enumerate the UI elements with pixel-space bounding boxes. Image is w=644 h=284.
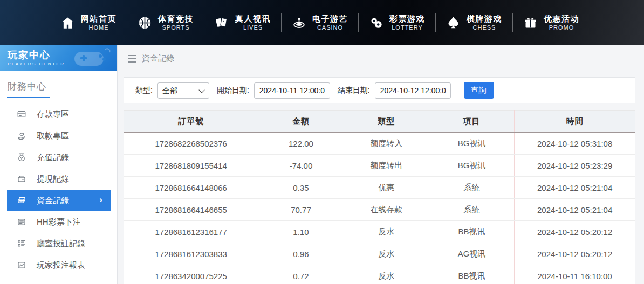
filter-bar: 類型: 全部 開始日期: 結束日期: 查詢 (124, 77, 635, 103)
cell-type: 额度转出 (344, 155, 429, 177)
col-header-item: 項目 (429, 111, 514, 133)
menu-icon[interactable] (128, 55, 136, 63)
sidebar-item-label: 充值記錄 (37, 153, 69, 163)
sidebar-item-recharge-records[interactable]: 充值記錄 (0, 147, 117, 168)
section-title-finance: 財務中心 (0, 71, 117, 98)
section-title-personal: 個人中心 (0, 276, 117, 284)
basketball-icon (138, 16, 152, 30)
nav-label-en: LIVES (243, 24, 263, 32)
top-navigation: 网站首页 HOME 体育竞技 SPORTS 真人视讯 LIVES 电子游艺 CA… (0, 0, 644, 45)
gamepad-icon (74, 46, 113, 70)
cell-type: 反水 (344, 265, 429, 284)
cell-order-no: 1728681612303833 (124, 243, 258, 265)
start-date-input[interactable] (254, 82, 330, 99)
cell-type: 在线存款 (344, 199, 429, 221)
nav-divider (512, 13, 513, 32)
cell-type: 额度转入 (344, 133, 429, 155)
cell-time: 2024-10-12 05:21:04 (515, 199, 635, 221)
cards-icon (215, 16, 229, 30)
funds-record-icon (17, 196, 26, 205)
nav-divider (358, 13, 359, 32)
nav-label-zh: 棋牌游戏 (467, 14, 502, 24)
nav-label-zh: 电子游艺 (312, 14, 348, 24)
cell-time: 2024-10-12 05:21:04 (515, 177, 635, 199)
cell-amount: 70.77 (258, 199, 344, 221)
cell-item: BB视讯 (429, 221, 514, 243)
sidebar-item-fund-records[interactable]: 資金記錄 › (7, 190, 111, 211)
table-row: 1728681664148066 0.35 优惠 系统 2024-10-12 0… (124, 177, 635, 199)
cell-time: 2024-10-12 05:20:12 (515, 243, 635, 265)
cell-order-no: 1728681664146655 (124, 199, 258, 221)
nav-item-promo[interactable]: 优惠活动 PROMO (523, 14, 579, 32)
cell-type: 优惠 (344, 177, 429, 199)
nav-label-en: LOTTERY (392, 24, 423, 32)
type-select-wrap: 全部 (157, 82, 209, 99)
table-row: 1728681664146655 70.77 在线存款 系统 2024-10-1… (124, 199, 635, 221)
cell-order-no: 1728682268502376 (124, 133, 258, 155)
sidebar-item-label: 廳室投註記錄 (37, 239, 85, 249)
nav-item-sports[interactable]: 体育竞技 SPORTS (138, 14, 194, 32)
cell-item: 系统 (429, 177, 514, 199)
main-content: 資金記錄 類型: 全部 開始日期: 結束日期: 查詢 訂單號 金額 類型 項目 (118, 45, 644, 284)
table-row: 1728681612316177 1.10 反水 BB视讯 2024-10-12… (124, 221, 635, 243)
sidebar-item-label: 存款專區 (37, 109, 69, 120)
nav-label-zh: 真人视讯 (235, 14, 271, 24)
cell-type: 反水 (344, 243, 429, 265)
nav-item-lives[interactable]: 真人视讯 LIVES (215, 14, 271, 32)
chevron-right-icon: › (99, 195, 102, 205)
cell-time: 2024-10-12 05:20:12 (515, 221, 635, 243)
col-header-order-no: 訂單號 (124, 111, 258, 133)
sidebar-item-label: 取款專區 (37, 131, 69, 141)
nav-item-chess[interactable]: 棋牌游戏 CHESS (446, 14, 502, 32)
nav-item-casino[interactable]: 电子游艺 CASINO (292, 14, 348, 32)
cell-amount: 0.96 (258, 243, 344, 265)
funds-table-container: 訂單號 金額 類型 項目 時間 1728682268502376 122.00 … (124, 110, 635, 284)
sidebar-item-label: HH彩票下注 (37, 217, 81, 227)
recharge-moneybag-icon (17, 153, 26, 162)
cell-amount: -74.00 (258, 155, 344, 177)
sidebar-item-label: 提現記錄 (37, 174, 69, 184)
nav-item-lottery[interactable]: 彩票游戏 LOTTERY (369, 14, 425, 32)
deposit-card-icon (17, 109, 26, 119)
cell-amount: 0.35 (258, 177, 344, 199)
cell-order-no: 1728681612316177 (124, 221, 258, 243)
withdraw-hand-icon (17, 131, 26, 141)
sidebar-item-label: 資金記錄 (37, 196, 69, 206)
player-report-icon (17, 260, 26, 270)
nav-item-home[interactable]: 网站首页 HOME (60, 14, 117, 32)
table-row: 1728681809155414 -74.00 额度转出 BG视讯 2024-1… (124, 155, 635, 177)
col-header-time: 時間 (515, 111, 635, 133)
start-date-label: 開始日期: (217, 86, 249, 95)
cell-order-no: 1728634200075225 (124, 265, 258, 284)
type-label: 類型: (135, 86, 153, 95)
nav-label-en: CASINO (317, 24, 343, 32)
cell-item: BG视讯 (429, 133, 514, 155)
table-row: 1728681612303833 0.96 反水 AG视讯 2024-10-12… (124, 243, 635, 265)
end-date-label: 結束日期: (338, 86, 370, 95)
cell-item: BG视讯 (429, 155, 514, 177)
nav-label-zh: 优惠活动 (544, 14, 579, 24)
cell-order-no: 1728681809155414 (124, 155, 258, 177)
search-button[interactable]: 查詢 (464, 82, 494, 99)
cell-time: 2024-10-12 05:23:29 (515, 155, 635, 177)
cell-amount: 122.00 (258, 133, 344, 155)
sidebar-item-deposit-zone[interactable]: 存款專區 (0, 103, 117, 125)
cell-time: 2024-10-12 05:31:08 (515, 133, 635, 155)
end-date-input[interactable] (375, 82, 451, 99)
type-select[interactable]: 全部 (157, 82, 209, 99)
sidebar-item-hh-lottery-bets[interactable]: HH彩票下注 (0, 211, 117, 233)
spade-icon (446, 16, 461, 30)
sidebar-item-withdrawal-records[interactable]: 提現記錄 (0, 168, 117, 190)
sidebar-item-withdraw-zone[interactable]: 取款專區 (0, 125, 117, 147)
nav-divider (204, 13, 204, 32)
nav-label-en: PROMO (549, 24, 574, 32)
sidebar-item-hall-bet-records[interactable]: 廳室投註記錄 (0, 233, 117, 254)
nav-label-zh: 网站首页 (81, 14, 117, 24)
sidebar-item-player-bet-report[interactable]: 玩家投注報表 (0, 254, 117, 276)
cell-item: BB视讯 (429, 265, 514, 284)
lottery-balls-icon (369, 16, 383, 30)
roulette-icon (292, 16, 306, 30)
cell-time: 2024-10-11 16:10:00 (515, 265, 635, 284)
funds-table: 訂單號 金額 類型 項目 時間 1728682268502376 122.00 … (124, 110, 635, 284)
sidebar-header: 玩家中心 PLAYERS CENTER (0, 45, 117, 71)
